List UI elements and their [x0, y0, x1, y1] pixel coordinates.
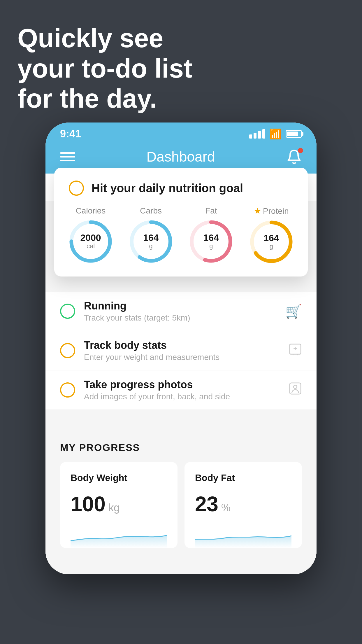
running-sub: Track your stats (target: 5km) — [84, 313, 277, 323]
nutrition-protein: ★ Protein 164 g — [249, 206, 293, 264]
notification-bell-button[interactable] — [286, 149, 302, 165]
scale-icon — [289, 342, 302, 359]
nutrition-calories: Calories 2000 cal — [69, 206, 113, 264]
body-weight-unit: kg — [108, 502, 120, 514]
body-fat-label: Body Fat — [195, 473, 291, 483]
running-text: Running Track your stats (target: 5km) — [84, 300, 277, 323]
phone-mockup: 9:41 📶 Dashboard THINGS TO DO — [45, 123, 317, 574]
star-icon: ★ — [254, 206, 261, 216]
signal-icon — [249, 129, 265, 139]
nutrition-card-title: Hit your daily nutrition goal — [92, 182, 243, 195]
todo-item-photos[interactable]: Take progress photos Add images of your … — [45, 370, 317, 410]
body-stats-sub: Enter your weight and measurements — [84, 353, 280, 362]
body-weight-value-row: 100 kg — [71, 492, 167, 516]
calories-donut: 2000 cal — [69, 220, 113, 263]
body-weight-label: Body Weight — [71, 473, 167, 483]
body-weight-value: 100 — [71, 492, 106, 516]
carbs-value: 164 — [143, 233, 159, 242]
carbs-unit: g — [143, 242, 159, 250]
todo-list: Running Track your stats (target: 5km) 🛒… — [45, 292, 317, 410]
notification-dot — [298, 148, 303, 153]
progress-title: MY PROGRESS — [60, 442, 302, 453]
calories-value: 2000 — [80, 233, 101, 242]
protein-label: Protein — [263, 206, 289, 216]
body-fat-unit: % — [221, 502, 231, 514]
svg-point-14 — [294, 385, 297, 388]
hamburger-menu[interactable] — [60, 152, 75, 161]
body-weight-card: Body Weight 100 kg — [60, 462, 178, 548]
fat-label: Fat — [205, 206, 217, 216]
status-time: 9:41 — [60, 128, 81, 140]
body-stats-text: Track body stats Enter your weight and m… — [84, 339, 280, 362]
fat-donut: 164 g — [189, 220, 233, 263]
body-fat-value: 23 — [195, 492, 218, 516]
progress-cards: Body Weight 100 kg — [60, 462, 302, 548]
body-fat-chart — [195, 525, 291, 548]
photos-name: Take progress photos — [84, 379, 280, 391]
battery-icon — [286, 130, 302, 138]
phone-bottom — [45, 557, 317, 574]
app-content: THINGS TO DO TODAY Hit your daily nutrit… — [45, 174, 317, 574]
status-icons: 📶 — [249, 128, 302, 140]
fat-value: 164 — [203, 233, 219, 242]
calories-unit: cal — [80, 242, 101, 250]
body-stats-checkbox[interactable] — [60, 343, 75, 358]
todo-item-running[interactable]: Running Track your stats (target: 5km) 🛒 — [45, 292, 317, 331]
wifi-icon: 📶 — [269, 128, 282, 140]
person-icon — [289, 382, 302, 398]
nav-title: Dashboard — [147, 149, 215, 165]
todo-item-body-stats[interactable]: Track body stats Enter your weight and m… — [45, 331, 317, 370]
running-checkbox[interactable] — [60, 304, 75, 319]
nutrition-fat: Fat 164 g — [189, 206, 233, 264]
body-fat-card: Body Fat 23 % — [184, 462, 302, 548]
carbs-label: Carbs — [140, 206, 162, 216]
photos-text: Take progress photos Add images of your … — [84, 379, 280, 401]
status-bar: 9:41 📶 — [45, 123, 317, 143]
body-weight-chart — [71, 525, 167, 548]
body-stats-name: Track body stats — [84, 339, 280, 351]
shoe-icon: 🛒 — [285, 303, 302, 319]
photos-sub: Add images of your front, back, and side — [84, 392, 280, 401]
nutrition-carbs: Carbs 164 g — [129, 206, 173, 264]
protein-value: 164 — [263, 233, 279, 243]
nutrition-checkbox[interactable] — [69, 181, 84, 196]
protein-donut: 164 g — [249, 220, 293, 264]
nutrition-grid: Calories 2000 cal Carbs — [69, 206, 293, 264]
protein-label-row: ★ Protein — [254, 206, 289, 216]
progress-section: MY PROGRESS Body Weight 100 kg — [45, 427, 317, 557]
protein-unit: g — [263, 243, 279, 250]
calories-label: Calories — [76, 206, 106, 216]
headline: Quickly see your to-do list for the day. — [17, 23, 192, 114]
fat-unit: g — [203, 242, 219, 250]
carbs-donut: 164 g — [129, 220, 173, 263]
card-header: Hit your daily nutrition goal — [69, 181, 293, 196]
photos-checkbox[interactable] — [60, 382, 75, 398]
nutrition-card: Hit your daily nutrition goal Calories 2… — [54, 168, 308, 276]
running-name: Running — [84, 300, 277, 312]
body-fat-value-row: 23 % — [195, 492, 291, 516]
